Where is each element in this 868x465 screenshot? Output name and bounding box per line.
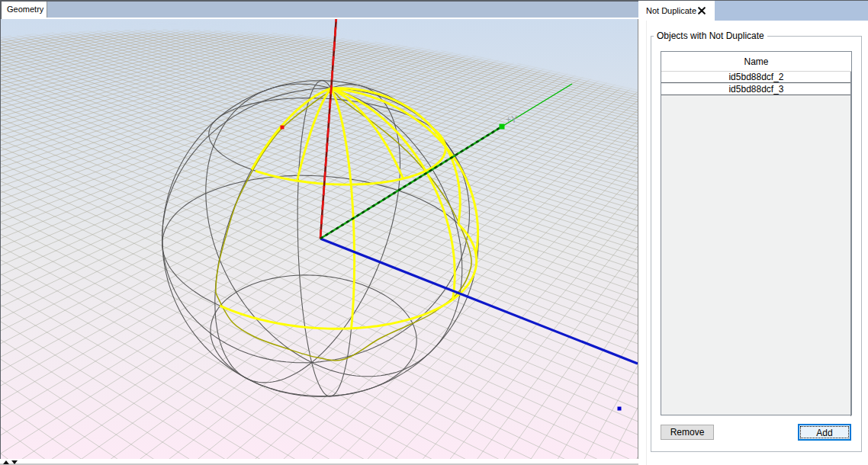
svg-text:+Y: +Y	[506, 114, 517, 125]
